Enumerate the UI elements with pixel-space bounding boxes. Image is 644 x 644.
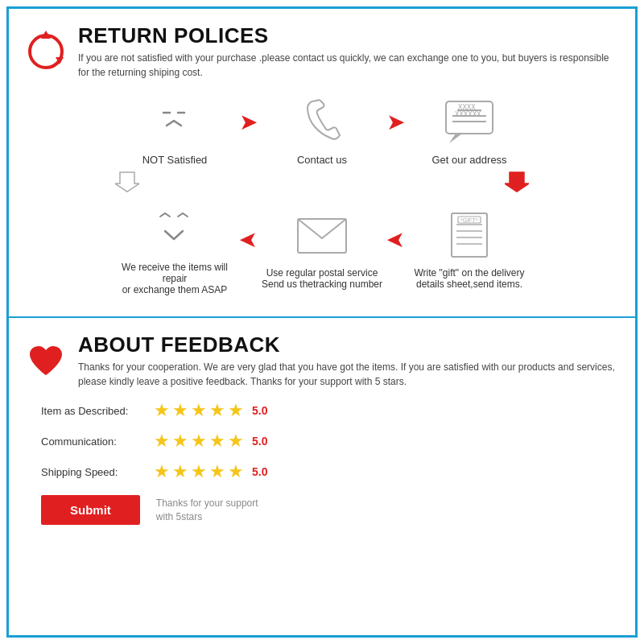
star-2[interactable]: ★ xyxy=(172,400,188,421)
return-title-block: RETURN POLICES If you are not satisfied … xyxy=(78,23,619,80)
arrow-left-1: ➤ xyxy=(239,226,258,253)
step-contact-us-label: Contact us xyxy=(297,154,347,166)
flow-top-row: NOT Satisfied ➤ Contact us ➤ xyxy=(25,94,619,166)
step-contact-us: Contact us xyxy=(258,94,386,166)
step-postal-label: Use regular postal service Send us thetr… xyxy=(262,267,382,290)
chat-bubble-icon: XXXX XXXXXX xyxy=(437,94,502,149)
star-3[interactable]: ★ xyxy=(191,461,207,482)
rating-score-described: 5.0 xyxy=(252,404,267,417)
arrow-right-1: ➤ xyxy=(239,109,258,135)
star-5[interactable]: ★ xyxy=(228,400,244,421)
rating-label-communication: Communication: xyxy=(41,436,154,448)
star-4[interactable]: ★ xyxy=(209,400,225,421)
svg-marker-11 xyxy=(115,172,139,192)
step-not-satisfied: NOT Satisfied xyxy=(110,94,239,166)
star-1[interactable]: ★ xyxy=(154,400,170,421)
happy-face-icon xyxy=(142,202,207,257)
return-header: RETURN POLICES If you are not satisfied … xyxy=(25,23,619,80)
return-title: RETURN POLICES xyxy=(78,23,619,48)
step-write-gift: *GIFT* Write "gift" on the delivery deta… xyxy=(405,208,534,290)
rating-rows: Item as Described: ★ ★ ★ ★ ★ 5.0 Communi… xyxy=(41,400,619,482)
submit-row: Submit Thanks for your support with 5sta… xyxy=(41,495,619,525)
rating-score-shipping: 5.0 xyxy=(252,465,267,478)
star-3[interactable]: ★ xyxy=(191,400,207,421)
feedback-title-block: ABOUT FEEDBACK Thanks for your cooperati… xyxy=(78,332,619,389)
return-section: RETURN POLICES If you are not satisfied … xyxy=(9,9,635,318)
star-4[interactable]: ★ xyxy=(209,431,225,452)
arrow-right-2: ➤ xyxy=(386,109,405,135)
arrow-down-right xyxy=(505,169,555,199)
rating-score-communication: 5.0 xyxy=(252,435,267,448)
step-write-gift-label: Write "gift" on the delivery details she… xyxy=(414,267,524,290)
arrow-down-left xyxy=(89,169,139,199)
star-5[interactable]: ★ xyxy=(228,461,244,482)
star-3[interactable]: ★ xyxy=(191,431,207,452)
step-postal: Use regular postal service Send us thetr… xyxy=(258,208,386,290)
rating-label-described: Item as Described: xyxy=(41,405,154,417)
svg-marker-5 xyxy=(449,134,462,143)
svg-text:*GIFT*: *GIFT* xyxy=(460,217,478,223)
feedback-section: ABOUT FEEDBACK Thanks for your cooperati… xyxy=(9,318,635,538)
submit-note: Thanks for your support with 5stars xyxy=(156,497,258,524)
rating-row-described: Item as Described: ★ ★ ★ ★ ★ 5.0 xyxy=(41,400,619,421)
rating-label-shipping: Shipping Speed: xyxy=(41,466,154,478)
stars-described[interactable]: ★ ★ ★ ★ ★ xyxy=(154,400,244,421)
step-not-satisfied-label: NOT Satisfied xyxy=(142,154,208,166)
sad-face-icon xyxy=(142,94,207,149)
arrow-left-2: ➤ xyxy=(386,226,405,253)
feedback-title: ABOUT FEEDBACK xyxy=(78,332,619,357)
feedback-header: ABOUT FEEDBACK Thanks for your cooperati… xyxy=(25,332,619,389)
submit-button[interactable]: Submit xyxy=(41,495,140,525)
step-get-address: XXXX XXXXXX Get our address xyxy=(405,94,534,166)
svg-marker-12 xyxy=(505,172,529,192)
stars-communication[interactable]: ★ ★ ★ ★ ★ xyxy=(154,431,244,452)
stars-shipping[interactable]: ★ ★ ★ ★ ★ xyxy=(154,461,244,482)
flow-bottom-row: We receive the items will repair or exch… xyxy=(25,202,619,295)
star-1[interactable]: ★ xyxy=(154,431,170,452)
gift-sheet-icon: *GIFT* xyxy=(437,208,502,262)
step-get-address-label: Get our address xyxy=(431,154,506,166)
phone-icon xyxy=(290,94,354,149)
svg-text:XXXXXX: XXXXXX xyxy=(455,110,481,118)
star-1[interactable]: ★ xyxy=(154,461,170,482)
star-2[interactable]: ★ xyxy=(172,461,188,482)
star-2[interactable]: ★ xyxy=(172,431,188,452)
step-receive-label: We receive the items will repair or exch… xyxy=(110,262,239,295)
star-5[interactable]: ★ xyxy=(228,431,244,452)
rating-row-shipping: Shipping Speed: ★ ★ ★ ★ ★ 5.0 xyxy=(41,461,619,482)
envelope-icon xyxy=(290,208,354,262)
return-description: If you are not satisfied with your purch… xyxy=(78,51,619,80)
page-container: RETURN POLICES If you are not satisfied … xyxy=(6,6,638,638)
heart-icon xyxy=(25,340,67,382)
star-4[interactable]: ★ xyxy=(209,461,225,482)
arrow-down-row xyxy=(25,169,619,199)
rating-row-communication: Communication: ★ ★ ★ ★ ★ 5.0 xyxy=(41,431,619,452)
feedback-description: Thanks for your cooperation. We are very… xyxy=(78,360,619,389)
refresh-icon xyxy=(25,31,67,72)
step-receive-items: We receive the items will repair or exch… xyxy=(110,202,239,295)
